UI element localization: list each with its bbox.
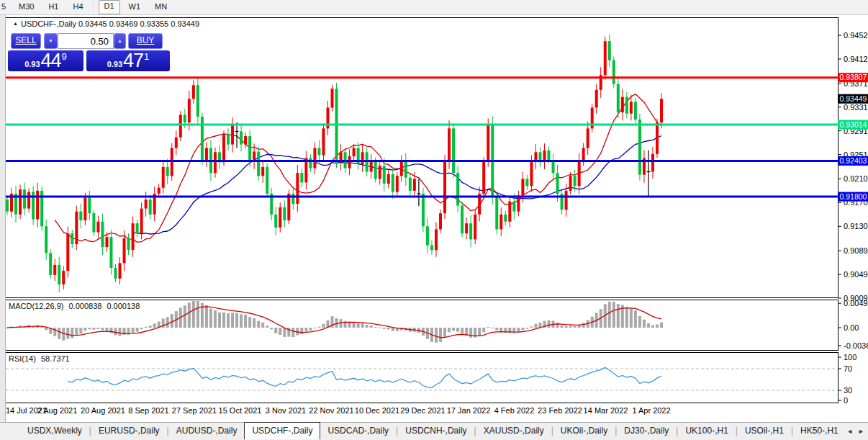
macd-signal-value: 0.000138 (107, 302, 140, 310)
chart-header: ▲USDCHF-,Daily0.934450.934690.933550.934… (13, 19, 202, 28)
svg-text:0.00: 0.00 (844, 323, 859, 332)
svg-text:0: 0 (844, 396, 848, 405)
one-click-trade-panel: SELL ▼ ▲ BUY 0.93 44 9 0.93 47 1 (8, 32, 171, 72)
svg-text:0.93449: 0.93449 (840, 94, 867, 103)
svg-text:2 Aug 2021: 2 Aug 2021 (37, 406, 78, 415)
symbol-title: USDCHF-,Daily (21, 19, 76, 28)
svg-text:8 Sep 2021: 8 Sep 2021 (128, 406, 168, 415)
volume-increase-button[interactable]: ▲ (114, 33, 126, 49)
svg-text:0.91800: 0.91800 (840, 192, 867, 201)
sell-price-display[interactable]: 0.93 44 9 (8, 50, 83, 71)
svg-text:0.90490: 0.90490 (844, 270, 868, 279)
svg-text:15 Oct 2021: 15 Oct 2021 (219, 406, 262, 415)
svg-text:70: 70 (844, 364, 852, 373)
svg-text:14 Mar 2022: 14 Mar 2022 (584, 406, 628, 415)
macd-name: MACD(12,26,9) (9, 302, 63, 310)
svg-text:10 Dec 2021: 10 Dec 2021 (355, 406, 399, 415)
tab-audusd-daily[interactable]: AUDUSD-,Daily (169, 423, 245, 440)
tab-usdchf-daily[interactable]: USDCHF-,Daily (244, 422, 320, 439)
timeframe-w1[interactable]: W1 (123, 1, 147, 14)
buy-button[interactable]: BUY (128, 33, 163, 49)
volume-input[interactable] (58, 33, 114, 49)
tab-scroll-arrows: ◄► (846, 423, 864, 440)
volume-decrease-button[interactable]: ▼ (44, 33, 58, 49)
timeframe-h1[interactable]: H1 (42, 1, 64, 14)
buy-price-prefix: 0.93 (107, 58, 122, 70)
triangle-down-icon: ▼ (48, 38, 53, 43)
svg-text:0.93014: 0.93014 (840, 120, 867, 129)
svg-text:27 Sep 2021: 27 Sep 2021 (172, 406, 217, 415)
svg-text:17 Jan 2022: 17 Jan 2022 (447, 406, 491, 415)
buy-price-big: 47 (123, 52, 143, 70)
window-left-edge (0, 14, 6, 440)
timeframe-h4[interactable]: H4 (67, 1, 89, 14)
tabs-scroll-right-icon[interactable]: ► (858, 428, 864, 435)
buy-price-display[interactable]: 0.93 47 1 (86, 50, 170, 71)
triangle-up-icon: ▲ (117, 38, 122, 43)
tab-xauusd-daily[interactable]: XAUUSD-,Daily (476, 423, 551, 440)
svg-text:20 Aug 2021: 20 Aug 2021 (81, 406, 125, 415)
rsi-name: RSI(14) (9, 354, 36, 363)
ohlc-high: 0.93469 (109, 19, 138, 28)
svg-text:0.90890: 0.90890 (844, 246, 868, 255)
svg-text:3 Nov 2021: 3 Nov 2021 (266, 406, 306, 415)
svg-text:0.92403: 0.92403 (840, 156, 867, 165)
svg-text:0.94120: 0.94120 (844, 55, 868, 63)
svg-text:0.93310: 0.93310 (844, 103, 868, 112)
rsi-pane-label: RSI(14) 58.7371 (9, 354, 73, 363)
timeframe-m30[interactable]: M30 (13, 1, 40, 14)
timeframe-5[interactable]: 5 (1, 1, 10, 14)
buy-button-label: BUY (137, 35, 155, 45)
macd-main-value: 0.000838 (68, 302, 101, 310)
tabs-scroll-left-icon[interactable]: ◄ (846, 428, 853, 435)
sell-price-prefix: 0.93 (24, 58, 40, 70)
timeframe-d1[interactable]: D1 (99, 0, 120, 14)
svg-text:22 Nov 2021: 22 Nov 2021 (309, 406, 353, 415)
tab-usoil-h1[interactable]: USOil-,H1 (738, 423, 791, 440)
tab-eurusd-daily[interactable]: EURUSD-,Daily (91, 423, 167, 440)
tab-ukoil-daily[interactable]: UKOil-,Daily (553, 423, 615, 440)
tab-usdx-weekly[interactable]: USDX,Weekly (20, 423, 89, 440)
rsi-pane[interactable] (6, 353, 838, 403)
sell-button[interactable]: SELL (11, 33, 41, 49)
svg-text:-0.00361: -0.00361 (844, 341, 868, 350)
time-axis: 14 Jul 20212 Aug 202120 Aug 20218 Sep 20… (6, 406, 671, 415)
svg-text:4 Feb 2022: 4 Feb 2022 (494, 406, 535, 415)
sell-button-label: SELL (15, 35, 36, 45)
sell-price-big: 44 (41, 52, 61, 70)
symbol-triangle-icon: ▲ (13, 21, 18, 26)
timeframe-mn[interactable]: MN (149, 1, 173, 14)
svg-text:0.91300: 0.91300 (844, 222, 868, 230)
tab-dj30-daily[interactable]: DJ30-,Daily (617, 423, 676, 440)
tab-uk100-h1[interactable]: UK100-,H1 (678, 423, 735, 440)
svg-text:100: 100 (844, 353, 856, 362)
svg-text:30: 30 (844, 386, 852, 395)
svg-text:29 Dec 2021: 29 Dec 2021 (400, 406, 445, 415)
svg-text:0.004913: 0.004913 (844, 299, 868, 307)
sell-price-sup: 9 (62, 52, 67, 61)
tab-usdcnh-daily[interactable]: USDCNH-,Daily (398, 423, 474, 440)
timeframe-toolbar: 5M30H1H4D1W1MN (0, 0, 868, 15)
tab-hk50-h1[interactable]: HK50-,H1 (793, 423, 846, 440)
tab-usdcad-daily[interactable]: USDCAD-,Daily (320, 423, 396, 440)
macd-pane-label: MACD(12,26,9) 0.000838 0.000138 (9, 302, 143, 310)
ohlc-open: 0.93445 (78, 19, 107, 28)
svg-text:23 Feb 2022: 23 Feb 2022 (538, 406, 582, 415)
toolbar-separator (94, 2, 94, 12)
svg-text:0.93807: 0.93807 (840, 73, 867, 81)
svg-text:1 Apr 2022: 1 Apr 2022 (632, 406, 670, 415)
buy-price-sup: 1 (144, 52, 149, 61)
svg-text:0.92100: 0.92100 (844, 174, 868, 183)
chart-tabbar: USDX,Weekly|EURUSD-,Daily|AUDUSD-,DailyU… (0, 422, 868, 440)
rsi-value: 58.7371 (41, 354, 70, 363)
ohlc-close: 0.93449 (171, 19, 199, 28)
svg-text:0.94520: 0.94520 (844, 31, 868, 40)
ohlc-low: 0.93355 (140, 19, 168, 28)
